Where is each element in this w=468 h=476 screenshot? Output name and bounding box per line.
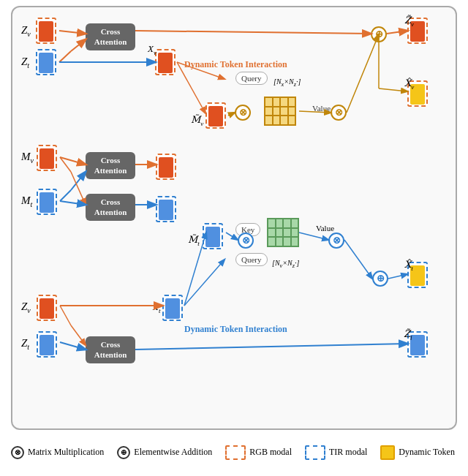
dyn-token-icon (380, 445, 395, 460)
svg-line-25 (184, 260, 224, 306)
main-diagram-container: Zv Zt Cross Attention Xv Dynamic Token I… (11, 6, 457, 430)
mult-circle-top-right: ⊗ (331, 105, 347, 121)
query-box-bot: Query (235, 253, 268, 266)
svg-line-28 (60, 342, 86, 350)
legend-dyn-token: Dynamic Token (380, 445, 455, 460)
legend-elem-add: ⊕ Elementwise Addition (117, 446, 212, 459)
svg-line-16 (60, 157, 71, 172)
svg-line-4 (135, 31, 371, 34)
legend: ⊗ Matrix Multiplication ⊕ Elementwise Ad… (11, 437, 457, 467)
svg-line-23 (344, 240, 372, 279)
zv-tilde-label: Z̃v (404, 13, 414, 28)
zv-top-label: Zv (21, 23, 31, 38)
xv-hat-label: X̂v (404, 76, 414, 91)
svg-line-18 (60, 201, 86, 205)
svg-line-17 (71, 172, 86, 205)
mult-circle-blue-left: ⊗ (238, 233, 254, 249)
svg-line-31 (135, 344, 407, 350)
svg-line-14 (60, 190, 71, 201)
legend-tir: TIR modal (305, 445, 367, 460)
diagram-arrows (12, 7, 458, 431)
svg-line-12 (379, 88, 407, 91)
svg-line-9 (347, 34, 379, 113)
dti-label-bot: Dynamic Token Interaction (184, 322, 287, 335)
mt-token (37, 189, 57, 215)
svg-line-1 (59, 51, 71, 62)
zv-bot-label: Zv (21, 300, 31, 314)
matrix-mult-icon: ⊗ (11, 446, 24, 459)
nx-nz-top: [Nx×Nz·] (273, 74, 301, 88)
xt-label: Xt (153, 300, 160, 314)
nv-nz-bot: [Nv×Nz·] (272, 255, 299, 269)
svg-line-30 (71, 325, 86, 345)
mult-circle-top-left: ⊗ (235, 105, 251, 121)
ca-box-top: Cross Attention (86, 23, 135, 50)
zv-bot-token (37, 295, 57, 321)
green-grid (267, 218, 299, 247)
mv-label: Mv (21, 150, 34, 165)
orange-grid (264, 97, 296, 126)
zt-bot-label: Zt (21, 336, 29, 351)
zv-top-token (36, 18, 56, 44)
mt-tilde-token (203, 223, 223, 249)
dti-label-top: Dynamic Token Interaction (184, 57, 287, 70)
svg-line-2 (71, 39, 86, 51)
zt-top-token (36, 49, 56, 75)
legend-rgb: RGB modal (225, 445, 292, 460)
rgb-icon (225, 445, 246, 460)
svg-line-13 (60, 157, 86, 165)
mt-tilde-label: M̃t (188, 233, 200, 247)
zt-top-label: Zt (21, 55, 29, 69)
query-box-top: Query (235, 72, 268, 85)
value-label-top: Value (312, 101, 331, 114)
xt-token (162, 295, 183, 321)
svg-line-24 (388, 274, 407, 279)
mv-tilde-label: M̃v (191, 113, 203, 127)
mt-label: Mt (21, 194, 32, 208)
tir-icon (305, 445, 325, 460)
mv-ca-out-token (156, 154, 176, 180)
svg-line-0 (59, 31, 86, 34)
svg-line-15 (71, 172, 86, 190)
zt-bot-token (37, 331, 57, 358)
ca-box-mid-bot: Cross Attention (86, 194, 135, 221)
zl-tilde-label: Z̃l (404, 327, 412, 341)
elem-add-icon: ⊕ (117, 446, 130, 459)
xv-label: Xv (148, 42, 156, 56)
ca-box-bot: Cross Attention (86, 336, 135, 363)
mv-tilde-token (205, 102, 226, 129)
legend-matrix-mult: ⊗ Matrix Multiplication (11, 446, 104, 459)
ca-box-mid-top: Cross Attention (86, 152, 135, 179)
mv-token (37, 145, 57, 171)
plus-circle-bot: ⊕ (372, 271, 388, 287)
svg-line-10 (387, 31, 407, 34)
svg-line-7 (228, 113, 235, 116)
xv-token-after-ca (155, 49, 176, 75)
svg-line-29 (60, 306, 71, 325)
xt-hat-label: X̂t (404, 257, 413, 272)
mult-circle-blue-right: ⊗ (328, 233, 344, 249)
mt-ca-out-token (156, 196, 176, 222)
plus-circle-top: ⊕ (371, 26, 387, 42)
